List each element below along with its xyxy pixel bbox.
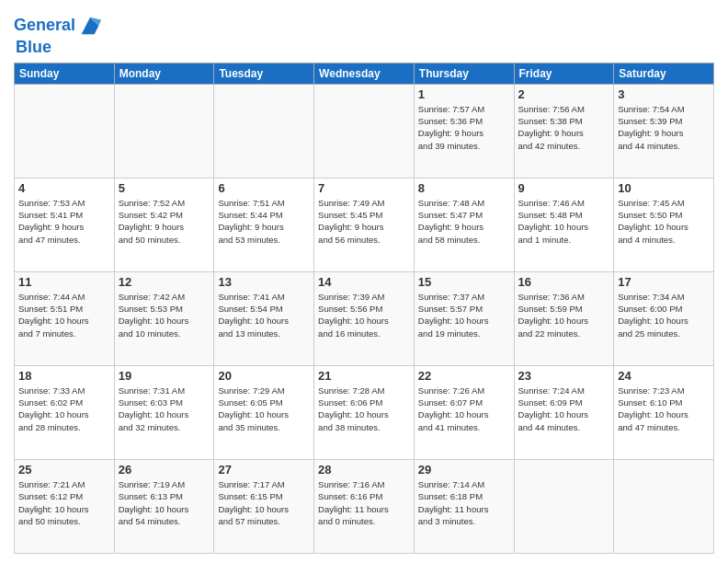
day-number: 1: [418, 87, 510, 101]
day-number: 12: [119, 275, 210, 289]
calendar-cell: 5Sunrise: 7:52 AM Sunset: 5:42 PM Daylig…: [114, 178, 214, 271]
calendar-cell: 12Sunrise: 7:42 AM Sunset: 5:53 PM Dayli…: [114, 271, 214, 365]
day-number: 5: [119, 181, 210, 195]
calendar-cell: 29Sunrise: 7:14 AM Sunset: 6:18 PM Dayli…: [414, 459, 514, 553]
day-info: Sunrise: 7:26 AM Sunset: 6:07 PM Dayligh…: [418, 385, 510, 433]
calendar-week-row: 25Sunrise: 7:21 AM Sunset: 6:12 PM Dayli…: [15, 459, 714, 553]
day-info: Sunrise: 7:45 AM Sunset: 5:50 PM Dayligh…: [618, 197, 710, 246]
calendar-cell: 24Sunrise: 7:23 AM Sunset: 6:10 PM Dayli…: [614, 365, 714, 459]
day-info: Sunrise: 7:46 AM Sunset: 5:48 PM Dayligh…: [518, 197, 610, 246]
day-info: Sunrise: 7:24 AM Sunset: 6:09 PM Dayligh…: [518, 385, 610, 433]
logo-blue-text: Blue: [16, 39, 51, 57]
weekday-header: Saturday: [614, 63, 714, 84]
day-info: Sunrise: 7:41 AM Sunset: 5:54 PM Dayligh…: [218, 291, 310, 339]
weekday-header: Monday: [114, 63, 214, 84]
calendar-cell: 27Sunrise: 7:17 AM Sunset: 6:15 PM Dayli…: [214, 459, 314, 553]
day-info: Sunrise: 7:33 AM Sunset: 6:02 PM Dayligh…: [18, 385, 110, 433]
day-number: 29: [418, 463, 510, 477]
weekday-header: Wednesday: [314, 63, 415, 84]
day-number: 18: [18, 369, 110, 383]
day-info: Sunrise: 7:57 AM Sunset: 5:36 PM Dayligh…: [418, 103, 510, 152]
logo-icon: [77, 13, 103, 39]
day-info: Sunrise: 7:16 AM Sunset: 6:16 PM Dayligh…: [318, 478, 410, 527]
calendar-week-row: 11Sunrise: 7:44 AM Sunset: 5:51 PM Dayli…: [15, 271, 714, 365]
calendar-cell: 22Sunrise: 7:26 AM Sunset: 6:07 PM Dayli…: [414, 365, 514, 459]
calendar-cell: 10Sunrise: 7:45 AM Sunset: 5:50 PM Dayli…: [614, 178, 714, 271]
day-info: Sunrise: 7:53 AM Sunset: 5:41 PM Dayligh…: [18, 197, 110, 246]
day-number: 22: [418, 369, 510, 383]
calendar-cell: 21Sunrise: 7:28 AM Sunset: 6:06 PM Dayli…: [314, 365, 415, 459]
day-number: 16: [518, 275, 610, 289]
header: General Blue: [14, 9, 714, 57]
calendar-cell: 19Sunrise: 7:31 AM Sunset: 6:03 PM Dayli…: [114, 365, 214, 459]
calendar-cell: 7Sunrise: 7:49 AM Sunset: 5:45 PM Daylig…: [314, 178, 415, 271]
page: General Blue SundayMondayTuesdayWednesda…: [0, 0, 728, 563]
calendar-cell: 26Sunrise: 7:19 AM Sunset: 6:13 PM Dayli…: [114, 459, 214, 553]
weekday-header: Tuesday: [214, 63, 314, 84]
calendar-cell: 18Sunrise: 7:33 AM Sunset: 6:02 PM Dayli…: [15, 365, 115, 459]
day-number: 20: [218, 369, 310, 383]
calendar-cell: 11Sunrise: 7:44 AM Sunset: 5:51 PM Dayli…: [15, 271, 115, 365]
day-number: 28: [318, 463, 410, 477]
calendar-cell: [514, 459, 614, 553]
day-info: Sunrise: 7:56 AM Sunset: 5:38 PM Dayligh…: [518, 103, 610, 152]
calendar-cell: 23Sunrise: 7:24 AM Sunset: 6:09 PM Dayli…: [514, 365, 614, 459]
calendar-week-row: 4Sunrise: 7:53 AM Sunset: 5:41 PM Daylig…: [15, 178, 714, 271]
day-info: Sunrise: 7:42 AM Sunset: 5:53 PM Dayligh…: [119, 291, 210, 339]
day-number: 7: [318, 181, 410, 195]
calendar-cell: [314, 84, 415, 178]
weekday-header: Thursday: [414, 63, 514, 84]
day-number: 27: [218, 463, 310, 477]
logo-text: General: [14, 17, 75, 35]
calendar-week-row: 1Sunrise: 7:57 AM Sunset: 5:36 PM Daylig…: [15, 84, 714, 178]
weekday-header: Sunday: [15, 63, 115, 84]
day-info: Sunrise: 7:37 AM Sunset: 5:57 PM Dayligh…: [418, 291, 510, 339]
calendar-cell: 28Sunrise: 7:16 AM Sunset: 6:16 PM Dayli…: [314, 459, 415, 553]
day-number: 15: [418, 275, 510, 289]
day-info: Sunrise: 7:52 AM Sunset: 5:42 PM Dayligh…: [119, 197, 210, 246]
logo: General Blue: [14, 13, 103, 57]
header-row: SundayMondayTuesdayWednesdayThursdayFrid…: [15, 63, 714, 84]
day-number: 14: [318, 275, 410, 289]
calendar-cell: 15Sunrise: 7:37 AM Sunset: 5:57 PM Dayli…: [414, 271, 514, 365]
day-info: Sunrise: 7:49 AM Sunset: 5:45 PM Dayligh…: [318, 197, 410, 246]
day-number: 23: [518, 369, 610, 383]
calendar-cell: 20Sunrise: 7:29 AM Sunset: 6:05 PM Dayli…: [214, 365, 314, 459]
calendar-cell: 9Sunrise: 7:46 AM Sunset: 5:48 PM Daylig…: [514, 178, 614, 271]
day-info: Sunrise: 7:17 AM Sunset: 6:15 PM Dayligh…: [218, 478, 310, 527]
day-info: Sunrise: 7:28 AM Sunset: 6:06 PM Dayligh…: [318, 385, 410, 433]
calendar-cell: 3Sunrise: 7:54 AM Sunset: 5:39 PM Daylig…: [614, 84, 714, 178]
day-number: 26: [119, 463, 210, 477]
calendar-cell: [114, 84, 214, 178]
calendar-cell: 17Sunrise: 7:34 AM Sunset: 6:00 PM Dayli…: [614, 271, 714, 365]
calendar-cell: 16Sunrise: 7:36 AM Sunset: 5:59 PM Dayli…: [514, 271, 614, 365]
day-info: Sunrise: 7:31 AM Sunset: 6:03 PM Dayligh…: [119, 385, 210, 433]
day-number: 6: [218, 181, 310, 195]
day-number: 2: [518, 87, 610, 101]
day-number: 25: [18, 463, 110, 477]
calendar-cell: 14Sunrise: 7:39 AM Sunset: 5:56 PM Dayli…: [314, 271, 415, 365]
day-info: Sunrise: 7:29 AM Sunset: 6:05 PM Dayligh…: [218, 385, 310, 433]
calendar-cell: 6Sunrise: 7:51 AM Sunset: 5:44 PM Daylig…: [214, 178, 314, 271]
day-info: Sunrise: 7:48 AM Sunset: 5:47 PM Dayligh…: [418, 197, 510, 246]
day-number: 8: [418, 181, 510, 195]
day-info: Sunrise: 7:36 AM Sunset: 5:59 PM Dayligh…: [518, 291, 610, 339]
day-number: 11: [18, 275, 110, 289]
day-info: Sunrise: 7:19 AM Sunset: 6:13 PM Dayligh…: [119, 478, 210, 527]
day-number: 21: [318, 369, 410, 383]
day-number: 19: [119, 369, 210, 383]
calendar-cell: [614, 459, 714, 553]
day-info: Sunrise: 7:44 AM Sunset: 5:51 PM Dayligh…: [18, 291, 110, 339]
calendar-cell: 4Sunrise: 7:53 AM Sunset: 5:41 PM Daylig…: [15, 178, 115, 271]
calendar-cell: 25Sunrise: 7:21 AM Sunset: 6:12 PM Dayli…: [15, 459, 115, 553]
day-number: 10: [618, 181, 710, 195]
calendar-cell: 8Sunrise: 7:48 AM Sunset: 5:47 PM Daylig…: [414, 178, 514, 271]
day-number: 4: [18, 181, 110, 195]
calendar-cell: [15, 84, 115, 178]
day-number: 24: [618, 369, 710, 383]
day-info: Sunrise: 7:54 AM Sunset: 5:39 PM Dayligh…: [618, 103, 710, 152]
day-info: Sunrise: 7:14 AM Sunset: 6:18 PM Dayligh…: [418, 478, 510, 527]
day-info: Sunrise: 7:34 AM Sunset: 6:00 PM Dayligh…: [618, 291, 710, 339]
day-info: Sunrise: 7:51 AM Sunset: 5:44 PM Dayligh…: [218, 197, 310, 246]
calendar-cell: [214, 84, 314, 178]
